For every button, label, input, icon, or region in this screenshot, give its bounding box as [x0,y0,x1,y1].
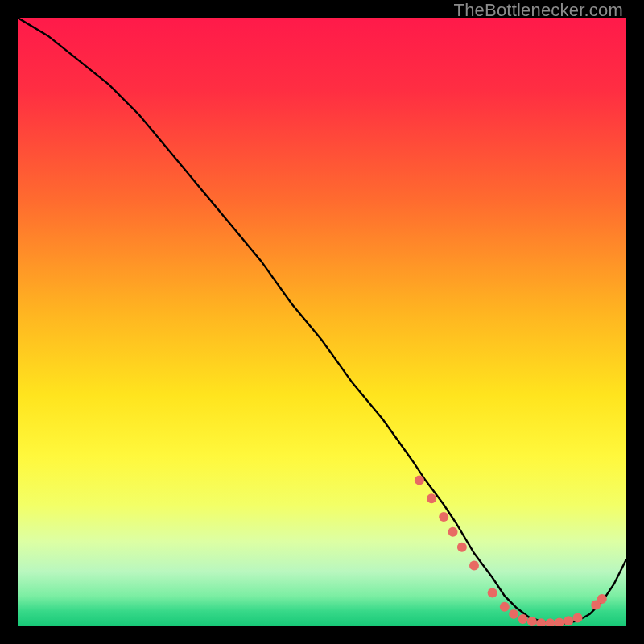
curve-marker [518,614,527,624]
chart-background [18,18,626,626]
curve-marker [457,543,467,552]
watermark-text: TheBottlenecker.com [454,0,623,21]
curve-marker [448,527,458,537]
curve-marker [573,613,583,622]
curve-marker [488,588,497,597]
curve-marker [427,493,436,503]
chart-frame [18,18,626,626]
curve-marker [500,602,510,612]
curve-marker [527,617,537,626]
curve-marker [509,609,518,619]
curve-marker [469,560,479,570]
chart-svg [18,18,626,626]
curve-marker [439,512,448,522]
curve-marker [415,476,424,485]
curve-marker [564,616,573,625]
curve-marker [597,594,607,604]
